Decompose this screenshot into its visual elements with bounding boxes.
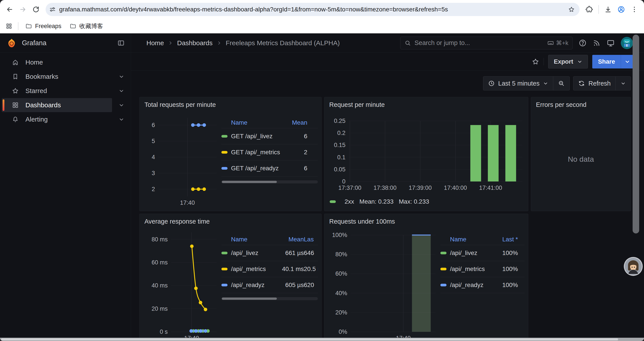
legend-item[interactable]: /api/_readyz605 µs620: [222, 277, 318, 293]
legend-header[interactable]: NameMean: [222, 117, 318, 128]
requests-under-100ms-chart[interactable]: 100%80%60%40%20%0%17:40: [328, 227, 437, 341]
legend-scrollbar[interactable]: [222, 180, 318, 183]
bookmark-folder-freeleaps[interactable]: Freeleaps: [22, 22, 65, 31]
zoom-out-button[interactable]: [553, 77, 570, 90]
sidebar-item-dashboards[interactable]: Dashboards: [0, 98, 131, 112]
svg-text:0%: 0%: [339, 328, 347, 335]
legend-item[interactable]: /api/_metrics40.1 ms20.5 r: [222, 261, 318, 277]
header-actions: ⌘+k: [400, 37, 644, 49]
toolbar-divider: [598, 5, 599, 14]
svg-text:80%: 80%: [335, 251, 347, 258]
legend-item[interactable]: /api/_livez661 µs646: [222, 245, 318, 261]
search-box[interactable]: ⌘+k: [400, 37, 572, 49]
folder-icon: [26, 23, 32, 30]
share-split-button: Share: [592, 55, 634, 69]
keyboard-shortcut: ⌘+k: [547, 40, 568, 47]
kiosk-monitor-icon[interactable]: [607, 39, 615, 47]
share-menu-button[interactable]: [621, 55, 634, 69]
series-color-chip: [222, 135, 228, 138]
legend-item[interactable]: /api/_metrics100%: [440, 261, 524, 277]
site-settings-icon[interactable]: [47, 5, 58, 15]
news-rss-icon[interactable]: [593, 39, 600, 47]
assistant-avatar[interactable]: [623, 256, 643, 276]
bookmark-folder-blogs[interactable]: 收藏博客: [66, 21, 106, 31]
total-requests-chart[interactable]: 6543217:40: [143, 110, 218, 208]
horizontal-scrollbar-thumb[interactable]: [1, 338, 618, 340]
legend-item[interactable]: GET /api/_readyz6: [222, 160, 318, 176]
address-bar[interactable]: [46, 3, 580, 16]
sidebar-item-label: Bookmarks: [26, 73, 58, 80]
bookmark-folder-label: Freeleaps: [35, 23, 62, 30]
search-input[interactable]: [414, 39, 544, 47]
time-range-picker[interactable]: Last 5 minutes: [483, 77, 553, 90]
star-dashboard-icon[interactable]: [532, 58, 539, 65]
sidebar-toggle-icon[interactable]: [117, 39, 125, 47]
back-icon[interactable]: [4, 3, 16, 16]
panel-title[interactable]: Average response time: [144, 217, 318, 225]
profile-avatar-icon[interactable]: [615, 3, 627, 16]
refresh-button[interactable]: Refresh: [574, 77, 616, 90]
brand-name: Grafana: [22, 39, 46, 47]
sidebar-item-home[interactable]: Home: [0, 55, 131, 69]
panel-title[interactable]: Total requests per minute: [144, 101, 318, 109]
sidebar-item-label: Dashboards: [26, 101, 61, 109]
panel-title[interactable]: Requests under 100ms: [329, 217, 524, 225]
chevron-down-icon[interactable]: [112, 84, 131, 98]
forward-icon[interactable]: [17, 3, 29, 16]
svg-text:60 ms: 60 ms: [152, 259, 168, 266]
breadcrumb-home[interactable]: Home: [146, 39, 164, 47]
svg-text:0.2: 0.2: [337, 130, 346, 136]
svg-text:2: 2: [152, 186, 155, 192]
chevron-down-icon[interactable]: [112, 112, 131, 126]
export-button[interactable]: Export: [548, 55, 588, 69]
svg-text:40%: 40%: [335, 290, 347, 296]
legend-series-name[interactable]: 2xx: [344, 198, 354, 205]
svg-text:17:37:00: 17:37:00: [338, 185, 361, 191]
legend-item[interactable]: GET /api/_metrics2: [222, 144, 318, 160]
chevron-down-icon[interactable]: [112, 98, 131, 112]
grafana-logo-icon[interactable]: [6, 38, 17, 48]
breadcrumb-dashboards[interactable]: Dashboards: [177, 39, 212, 47]
grafana-body: Home Bookmarks Starred: [0, 53, 644, 341]
vertical-scrollbar[interactable]: [632, 35, 639, 233]
help-icon[interactable]: [579, 39, 586, 47]
chevron-down-icon[interactable]: [112, 70, 131, 84]
browser-menu-icon[interactable]: [628, 3, 640, 16]
legend-scrollbar[interactable]: [222, 297, 318, 300]
sidebar-item-label: Starred: [26, 87, 47, 95]
svg-text:0.15: 0.15: [334, 142, 346, 148]
downloads-icon[interactable]: [602, 3, 614, 16]
user-avatar[interactable]: [621, 37, 633, 49]
legend-inline[interactable]: 2xxMean: 0.233Max: 0.233: [328, 195, 524, 208]
reload-icon[interactable]: [30, 3, 42, 16]
sidebar-item-bookmarks[interactable]: Bookmarks: [0, 70, 131, 84]
refresh-interval-button[interactable]: [616, 77, 631, 90]
legend-item[interactable]: /api/_livez100%: [440, 245, 524, 261]
sidebar-item-alerting[interactable]: Alerting: [0, 112, 131, 126]
legend-header[interactable]: NameMeanLas: [222, 234, 318, 245]
legend-item[interactable]: /api/_readyz100%: [440, 277, 524, 293]
share-button[interactable]: Share: [592, 55, 621, 69]
avg-response-time-chart[interactable]: 80 ms60 ms40 ms20 ms0 s17:40: [143, 227, 218, 341]
chevron-down-icon: [624, 59, 630, 65]
panel-title[interactable]: Errors per second: [536, 101, 627, 109]
refresh-icon: [578, 80, 585, 87]
bookmark-star-icon[interactable]: [566, 5, 576, 15]
search-icon: [404, 40, 411, 46]
sidebar-item-starred[interactable]: Starred: [0, 84, 131, 98]
sidebar-item-label: Home: [26, 59, 43, 66]
legend-header[interactable]: NameLast *: [440, 234, 524, 245]
legend-item[interactable]: GET /api/_livez6: [222, 128, 318, 144]
chevron-right-icon: [168, 40, 173, 46]
extensions-icon[interactable]: [583, 3, 595, 16]
url-input[interactable]: [58, 6, 566, 13]
panel-title[interactable]: Request per minute: [329, 101, 524, 109]
grafana-brand: Grafana: [0, 33, 131, 53]
apps-grid-icon[interactable]: [4, 21, 14, 32]
browser-toolbar: [0, 0, 644, 19]
svg-text:20 ms: 20 ms: [152, 305, 168, 312]
horizontal-scrollbar[interactable]: [0, 338, 644, 341]
chevron-right-icon: [216, 40, 222, 46]
request-per-minute-chart[interactable]: 0.250.20.150.10.05017:37:0017:38:0017:39…: [328, 110, 524, 195]
panel-request-per-minute: Request per minute 0.250.20.150.10.05017…: [324, 97, 528, 211]
